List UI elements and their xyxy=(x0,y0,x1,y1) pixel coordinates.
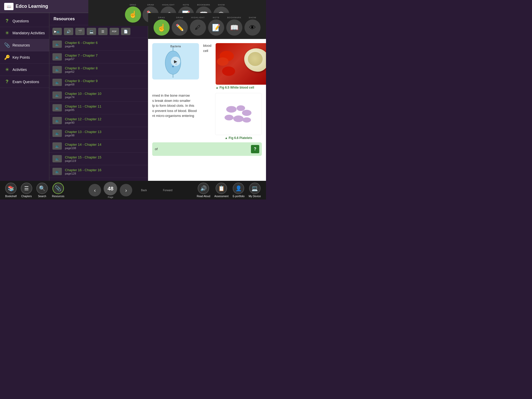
question-text: of xyxy=(155,147,158,152)
ch15-page: page119 xyxy=(65,159,145,162)
ch7-thumb: 📺 xyxy=(52,53,62,61)
show-tool-label: SHOW xyxy=(249,16,256,19)
sidebar-item-mandatory[interactable]: ✳ Mandatory Activities xyxy=(0,27,49,39)
resource-ch9[interactable]: 📺 Chapter 9 - Chapter 9 page68 xyxy=(49,76,148,89)
ch6-title: Chapter 6 - Chapter 6 xyxy=(65,41,145,45)
question-submit-btn[interactable]: ? xyxy=(251,145,259,153)
questions-icon: ? xyxy=(4,18,10,24)
resource-ch15[interactable]: 📺 Chapter 15 - Chapter 15 page119 xyxy=(49,152,148,165)
sidebar-item-exam[interactable]: ? Exam Questions xyxy=(0,76,49,88)
read-aloud-btn[interactable]: 🔊 Read Aloud xyxy=(197,183,210,198)
bookmark-label: BOOKMARK xyxy=(197,4,210,6)
note-tool-label: NOTE xyxy=(213,16,220,19)
chapters-btn[interactable]: ☰ Chapters xyxy=(21,183,32,198)
ch15-title: Chapter 15 - Chapter 15 xyxy=(65,155,145,159)
draw-tool-content[interactable]: DRAW ✏️ xyxy=(172,16,188,36)
resource-ch13[interactable]: 📺 Chapter 13 - Chapter 13 page98 xyxy=(49,127,148,140)
show-circle[interactable]: 👁 xyxy=(244,19,261,36)
note-circle[interactable]: 📝 xyxy=(208,19,224,36)
ch10-thumb: 📺 xyxy=(52,91,62,99)
assessment-btn[interactable]: 📋 Assessment xyxy=(214,183,228,198)
filter-doc[interactable]: 📄 xyxy=(121,28,130,35)
highlight-tool-label: HIGHLIGHT xyxy=(191,16,205,19)
my-device-btn[interactable]: 💻 My Device xyxy=(249,183,261,198)
resources-bottom-btn[interactable]: 📎 Resources xyxy=(52,183,64,198)
blood-cell-text: blood cell xyxy=(203,43,211,53)
filter-video[interactable]: ▶📺 xyxy=(52,28,62,35)
wbc-cell xyxy=(244,48,266,72)
app-title: Edco Learning xyxy=(16,4,48,9)
resource-ch8[interactable]: 📺 Chapter 8 - Chapter 8 page62 xyxy=(49,63,148,76)
sidebar-exam-label: Exam Questions xyxy=(12,80,39,84)
note-label: NOTE xyxy=(183,4,189,6)
resource-ch14[interactable]: 📺 Chapter 14 - Chapter 14 page108 xyxy=(49,140,148,152)
filter-film[interactable]: 🎬 xyxy=(75,28,85,35)
resource-ch16[interactable]: 📺 Chapter 16 - Chapter 16 page128 xyxy=(49,165,148,178)
rbc-2 xyxy=(222,66,235,76)
drag-btn[interactable]: ☝ xyxy=(125,6,141,23)
play-button[interactable]: ▶ xyxy=(171,57,180,66)
sidebar-item-activities[interactable]: ✳ Activities xyxy=(0,64,49,76)
bookmark-tool-content[interactable]: BOOKMARK 📖 xyxy=(226,16,242,36)
ch13-info: Chapter 13 - Chapter 13 page98 xyxy=(65,130,145,137)
bottom-bar: 📚 Bookshelf ☰ Chapters 🔍 Search 📎 Resour… xyxy=(0,181,266,200)
eportfolio-btn[interactable]: 👤 E-portfolio xyxy=(233,183,245,198)
resource-ch12[interactable]: 📺 Chapter 12 - Chapter 12 page90 xyxy=(49,114,148,127)
filter-audio[interactable]: 🔊 xyxy=(64,28,73,35)
ch9-page: page68 xyxy=(65,83,145,86)
svg-point-11 xyxy=(242,117,251,123)
ch13-title: Chapter 13 - Chapter 13 xyxy=(65,130,145,134)
text3: s break down into smaller xyxy=(152,98,211,103)
show-label: SHOW xyxy=(218,4,225,6)
drag-tool[interactable]: DRAG ☝ xyxy=(125,4,141,23)
eportfolio-icon: 👤 xyxy=(233,183,244,194)
question-box: of ? xyxy=(152,142,262,156)
ch14-thumb: 📺 xyxy=(52,142,62,150)
drag-circle[interactable]: ☝ xyxy=(154,19,170,36)
platelets-svg xyxy=(223,101,254,127)
svg-point-10 xyxy=(233,115,244,122)
show-tool-content[interactable]: SHOW 👁 xyxy=(244,16,261,36)
note-tool-content[interactable]: NOTE 📝 xyxy=(208,16,224,36)
ch13-thumb: 📺 xyxy=(52,130,62,137)
resources-panel: Resources ▶📺 🔊 🎬 💻 ☰ PDF 📄 📺 Chapter 6 -… xyxy=(49,13,148,181)
sidebar-item-keypoints[interactable]: 🔑 Key Points xyxy=(0,51,49,64)
draw-circle[interactable]: ✏️ xyxy=(172,19,188,36)
resource-ch11[interactable]: 📺 Chapter 11 - Chapter 11 page85 xyxy=(49,102,148,114)
filter-list[interactable]: ☰ xyxy=(98,28,108,35)
drag-tool-content[interactable]: DRAG ☝ xyxy=(154,16,170,36)
read-aloud-label: Read Aloud xyxy=(197,195,210,198)
back-label: Back xyxy=(141,189,147,192)
bacteria-label: Bacteria xyxy=(170,45,181,48)
filter-pdf[interactable]: PDF xyxy=(110,28,119,35)
bookshelf-btn[interactable]: 📚 Bookshelf xyxy=(5,183,17,198)
ch14-info: Chapter 14 - Chapter 14 page108 xyxy=(65,143,145,150)
forward-btn[interactable]: › xyxy=(120,184,132,196)
draw-tool-label: DRAW xyxy=(176,16,183,19)
sidebar-mandatory-label: Mandatory Activities xyxy=(12,31,45,35)
sidebar-item-resources[interactable]: 📎 Resources xyxy=(0,39,49,51)
keypoints-icon: 🔑 xyxy=(4,55,10,60)
ch16-page: page128 xyxy=(65,172,145,175)
bookmark-circle[interactable]: 📖 xyxy=(226,19,242,36)
bottom-left-group: 📚 Bookshelf ☰ Chapters 🔍 Search 📎 Resour… xyxy=(5,183,64,198)
resource-ch6[interactable]: 📺 Chapter 6 - Chapter 6 page46 xyxy=(49,38,148,51)
platelets-img xyxy=(218,96,259,132)
filter-interactive[interactable]: 💻 xyxy=(87,28,96,35)
sidebar-item-questions[interactable]: ? Questions xyxy=(0,15,49,27)
ch16-thumb: 📺 xyxy=(52,168,62,175)
bookmark-tool-label: BOOKMARK xyxy=(227,16,241,19)
logo-icon: 📖 xyxy=(4,3,14,10)
search-btn[interactable]: 🔍 Search xyxy=(36,183,48,198)
svg-point-8 xyxy=(242,110,251,116)
resource-ch7[interactable]: 📺 Chapter 7 - Chapter 7 page57 xyxy=(49,51,148,63)
highlight-tool-content[interactable]: HIGHLIGHT 🖊 xyxy=(190,16,206,36)
resource-ch10[interactable]: 📺 Chapter 10 - Chapter 10 page74 xyxy=(49,89,148,102)
my-device-label: My Device xyxy=(249,195,261,198)
fig65-label: ▲ Fig 6.5 White blood cell xyxy=(216,86,266,89)
question-input[interactable] xyxy=(160,147,249,151)
back-btn[interactable]: ‹ xyxy=(89,184,101,196)
highlight-circle[interactable]: 🖊 xyxy=(190,19,206,36)
ch12-thumb: 📺 xyxy=(52,117,62,124)
svg-point-9 xyxy=(224,115,233,121)
